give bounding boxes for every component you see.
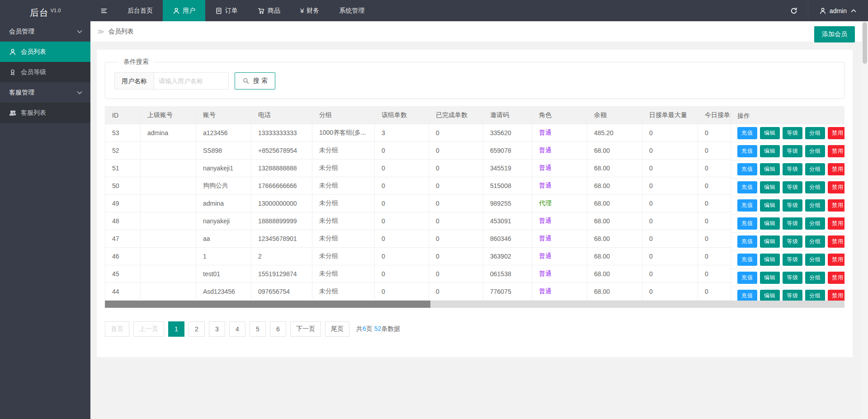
recharge-button[interactable]: 充值	[737, 254, 757, 266]
cell-phone: 097656754	[251, 283, 312, 301]
edit-button[interactable]: 编辑	[760, 290, 780, 301]
recharge-button[interactable]: 充值	[737, 127, 757, 139]
group-button[interactable]: 分组	[805, 235, 825, 248]
cell-role: 代理	[532, 195, 587, 212]
edit-button[interactable]: 编辑	[760, 163, 780, 175]
page-button-5[interactable]: 5	[250, 321, 266, 337]
nav-item-users[interactable]: 用户	[163, 0, 205, 21]
cell-group: 1000养客组(多...	[312, 124, 375, 142]
table-row: 48nanyakeji18888899999未分组00453091普通68.00…	[105, 212, 752, 230]
refresh-button[interactable]	[780, 0, 808, 21]
group-button[interactable]: 分组	[805, 254, 825, 266]
document-icon	[215, 7, 222, 14]
edit-button[interactable]: 编辑	[760, 145, 780, 157]
disable-button[interactable]: 禁用	[828, 163, 844, 175]
edit-button[interactable]: 编辑	[760, 217, 780, 230]
disable-button[interactable]: 禁用	[828, 145, 844, 157]
table-row: 44Asd123456097656754未分组00776075普通68.0000	[105, 283, 752, 301]
disable-button[interactable]: 禁用	[828, 290, 844, 301]
horizontal-scrollbar-thumb[interactable]	[105, 301, 430, 308]
disable-button[interactable]: 禁用	[828, 181, 844, 193]
cell-phone: 2	[251, 248, 312, 265]
app-logo-text: 后台	[30, 8, 49, 18]
group-button[interactable]: 分组	[805, 217, 825, 230]
disable-button[interactable]: 禁用	[828, 199, 844, 212]
nav-item-finance[interactable]: ¥财务	[290, 0, 329, 21]
edit-button[interactable]: 编辑	[760, 272, 780, 284]
cell-invite_code: 345519	[483, 160, 532, 177]
nav-item-home[interactable]: 后台首页	[118, 0, 163, 21]
group-button[interactable]: 分组	[805, 272, 825, 284]
recharge-button[interactable]: 充值	[737, 290, 757, 301]
col-header-balance: 余额	[587, 107, 642, 124]
group-button[interactable]: 分组	[805, 145, 825, 157]
page-button-2[interactable]: 2	[189, 321, 205, 337]
level-button[interactable]: 等级	[783, 145, 802, 157]
level-button[interactable]: 等级	[783, 163, 802, 175]
nav-item-orders[interactable]: 订单	[205, 0, 248, 21]
level-button[interactable]: 等级	[783, 217, 802, 230]
row-actions: 充值编辑等级分组禁用	[731, 233, 844, 251]
recharge-button[interactable]: 充值	[737, 199, 757, 212]
group-button[interactable]: 分组	[805, 127, 825, 139]
add-member-button[interactable]: 添加会员	[814, 26, 855, 42]
level-button[interactable]: 等级	[783, 199, 802, 212]
page-button-4[interactable]: 4	[229, 321, 245, 337]
prev-page-button[interactable]: 上一页	[133, 321, 164, 337]
disable-button[interactable]: 禁用	[828, 272, 844, 284]
page-button-3[interactable]: 3	[209, 321, 225, 337]
disable-button[interactable]: 禁用	[828, 127, 844, 139]
edit-button[interactable]: 编辑	[760, 181, 780, 193]
level-button[interactable]: 等级	[783, 127, 802, 139]
edit-button[interactable]: 编辑	[760, 254, 780, 266]
group-button[interactable]: 分组	[805, 181, 825, 193]
group-button[interactable]: 分组	[805, 199, 825, 212]
level-button[interactable]: 等级	[783, 181, 802, 193]
recharge-button[interactable]: 充值	[737, 235, 757, 248]
sidebar-collapse-button[interactable]	[90, 0, 118, 21]
cell-parent	[141, 283, 196, 301]
sidebar-group-service-mgmt[interactable]: 客服管理	[0, 82, 90, 103]
username-search-input[interactable]	[154, 72, 229, 89]
sidebar-group-member-mgmt[interactable]: 会员管理	[0, 21, 90, 42]
last-page-button[interactable]: 尾页	[325, 321, 349, 337]
vertical-scrollbar-thumb[interactable]	[863, 22, 867, 64]
pagination-summary-total_items: 52	[374, 325, 382, 332]
disable-button[interactable]: 禁用	[828, 235, 844, 248]
page-button-6[interactable]: 6	[270, 321, 286, 337]
disable-button[interactable]: 禁用	[828, 254, 844, 266]
edit-button[interactable]: 编辑	[760, 127, 780, 139]
nav-item-system[interactable]: 系统管理	[329, 0, 374, 21]
sidebar-item-service-list[interactable]: 客服列表	[0, 103, 90, 123]
sidebar-item-member-level[interactable]: 会员等级	[0, 62, 90, 82]
role-badge: 普通	[539, 146, 552, 154]
edit-button[interactable]: 编辑	[760, 235, 780, 248]
first-page-button[interactable]: 首页	[105, 321, 129, 337]
sidebar-item-member-list[interactable]: 会员列表	[0, 42, 90, 62]
level-button[interactable]: 等级	[783, 272, 802, 284]
row-actions: 充值编辑等级分组禁用	[731, 287, 844, 301]
page-vertical-scrollbar	[862, 21, 868, 419]
recharge-button[interactable]: 充值	[737, 145, 757, 157]
group-button[interactable]: 分组	[805, 290, 825, 301]
page-button-1[interactable]: 1	[168, 321, 184, 337]
recharge-button[interactable]: 充值	[737, 217, 757, 230]
sidebar: 会员管理会员列表会员等级客服管理客服列表	[0, 21, 90, 419]
level-button[interactable]: 等级	[783, 254, 802, 266]
row-actions: 充值编辑等级分组禁用	[731, 142, 844, 160]
group-button[interactable]: 分组	[805, 163, 825, 175]
recharge-button[interactable]: 充值	[737, 181, 757, 193]
nav-item-goods[interactable]: 商品	[248, 0, 290, 21]
level-button[interactable]: 等级	[783, 235, 802, 248]
search-button[interactable]: 搜 索	[235, 72, 275, 89]
level-button[interactable]: 等级	[783, 290, 802, 301]
sidebar-group-label: 客服管理	[9, 89, 34, 97]
recharge-button[interactable]: 充值	[737, 163, 757, 175]
edit-button[interactable]: 编辑	[760, 199, 780, 212]
disable-button[interactable]: 禁用	[828, 217, 844, 230]
cell-invite_code: 061538	[483, 265, 532, 283]
recharge-button[interactable]: 充值	[737, 272, 757, 284]
next-page-button[interactable]: 下一页	[290, 321, 321, 337]
user-menu[interactable]: admin	[808, 0, 868, 21]
cell-account: admina	[196, 195, 251, 212]
